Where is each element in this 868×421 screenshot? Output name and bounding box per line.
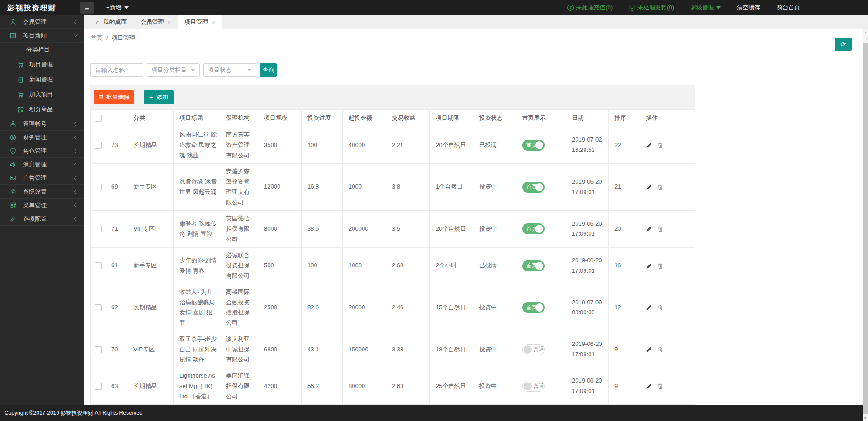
delete-button[interactable] xyxy=(657,383,663,389)
toggle-knob xyxy=(535,262,543,270)
batch-delete-button[interactable]: 批量删除 xyxy=(94,90,134,104)
delete-button[interactable] xyxy=(657,184,663,190)
edit-button[interactable] xyxy=(646,142,652,148)
status-select[interactable]: 项目状态 xyxy=(203,63,256,77)
home-display-toggle[interactable]: 首页 xyxy=(522,182,545,193)
row-checkbox[interactable] xyxy=(95,142,102,149)
front-home-link[interactable]: 前台首页 xyxy=(777,4,800,12)
cell-min-invest: 80000 xyxy=(343,368,386,405)
home-display-toggle[interactable]: 首页 xyxy=(522,140,545,151)
tab-my-desktop[interactable]: ⌂ 我的桌面 xyxy=(89,15,133,29)
row-checkbox[interactable] xyxy=(95,304,102,311)
sidebar-item-message-mgmt[interactable]: 消息管理 xyxy=(0,158,84,171)
table-row: 61 新手专区 少年的你-剧情 爱情 青春 必诚联合投资担保有限公司 500 1… xyxy=(91,247,695,284)
sidebar-item-admin-accounts[interactable]: 管理帐号 xyxy=(0,117,84,131)
edit-button[interactable] xyxy=(646,383,652,389)
edit-button[interactable] xyxy=(646,346,652,353)
admin-user-dropdown[interactable]: 超级管理 xyxy=(690,4,721,12)
sidebar-item-label: 角色管理 xyxy=(23,147,47,155)
sidebar-item-project-mgmt[interactable]: 项目管理 xyxy=(0,57,84,72)
cell-category: 长期精品 xyxy=(127,284,174,331)
cell-date: 2019-07-09 00:00:00 xyxy=(566,284,609,331)
row-checkbox[interactable] xyxy=(95,262,102,269)
cell-id: 71 xyxy=(105,211,127,247)
delete-button[interactable] xyxy=(657,142,663,148)
search-button[interactable]: 查询 xyxy=(260,63,277,77)
category-select[interactable]: 项目分类栏目 xyxy=(147,63,200,77)
row-checkbox[interactable] xyxy=(95,383,102,390)
cell-progress: 100 xyxy=(302,127,343,164)
news-icon xyxy=(9,32,17,39)
close-icon[interactable]: × xyxy=(212,19,215,26)
breadcrumb-home-link[interactable]: 首页 xyxy=(91,34,103,42)
cell-id: 63 xyxy=(105,368,127,405)
pending-withdraw-link[interactable]: ♦ 未处理提款(0) xyxy=(629,4,674,12)
home-display-toggle[interactable]: 首页 xyxy=(522,223,545,234)
top-header: 影视投资理财 ≡ +新增 ¥ 未处理充值(0) ♦ 未处理提款(0) 超级管理 … xyxy=(0,0,868,15)
sidebar-item-news-mgmt[interactable]: 新闻管理 xyxy=(0,72,84,87)
user-icon xyxy=(9,120,17,128)
home-display-toggle[interactable]: 普通 xyxy=(522,344,545,355)
chevron-down-icon xyxy=(124,6,129,9)
sidebar-item-category-columns[interactable]: 分类栏目 xyxy=(0,43,84,57)
name-search-input[interactable] xyxy=(90,63,143,77)
delete-button[interactable] xyxy=(657,346,663,353)
pending-recharge-link[interactable]: ¥ 未处理充值(0) xyxy=(567,4,613,12)
sidebar-item-menu-mgmt[interactable]: 菜单管理 xyxy=(0,199,84,212)
scroll-down-arrow[interactable]: ▼ xyxy=(863,415,868,421)
collapse-sidebar-button[interactable]: ≡ xyxy=(80,2,94,14)
tab-member-mgmt[interactable]: 会员管理 × xyxy=(133,15,178,29)
cell-profit: 3.38 xyxy=(386,331,430,368)
home-display-toggle[interactable]: 首页 xyxy=(522,302,545,313)
clear-cache-link[interactable]: 清空缓存 xyxy=(737,4,760,12)
sidebar-item-option-config[interactable]: 选项配置 xyxy=(0,212,84,226)
row-checkbox[interactable] xyxy=(95,184,102,190)
admin-window: 影视投资理财 ≡ +新增 ¥ 未处理充值(0) ♦ 未处理提款(0) 超级管理 … xyxy=(0,0,868,421)
edit-button[interactable] xyxy=(646,184,652,190)
add-new-dropdown[interactable]: +新增 xyxy=(106,4,129,12)
close-icon[interactable]: × xyxy=(167,19,171,26)
home-display-toggle[interactable]: 普通 xyxy=(522,381,545,392)
sidebar-item-join-project[interactable]: 加入项目 xyxy=(0,87,84,102)
add-button[interactable]: + 添加 xyxy=(144,90,174,104)
tab-project-mgmt[interactable]: 项目管理 × xyxy=(178,15,222,29)
cell-title: 风雨同仁堂-除蛊救命 民族之魂 戏曲 xyxy=(174,127,220,164)
cell-scale: 4200 xyxy=(258,368,302,405)
sidebar-item-ad-mgmt[interactable]: 广告管理 xyxy=(0,171,84,185)
cell-min-invest: 1000 xyxy=(343,247,386,284)
cell-sort: 12 xyxy=(609,284,640,331)
cell-id: 62 xyxy=(105,284,127,331)
sidebar-item-project-news[interactable]: 项目新闻 xyxy=(0,29,84,43)
delete-button[interactable] xyxy=(657,226,663,232)
vertical-scrollbar[interactable]: ▲ ▼ xyxy=(863,29,868,421)
delete-button[interactable] xyxy=(657,263,663,269)
cell-category: VIP专区 xyxy=(127,331,174,368)
scroll-up-arrow[interactable]: ▲ xyxy=(863,29,868,35)
row-checkbox[interactable] xyxy=(95,226,102,232)
refresh-icon: ⟳ xyxy=(840,40,846,48)
gear-icon xyxy=(9,188,17,195)
edit-button[interactable] xyxy=(646,304,652,311)
scrollbar-thumb[interactable] xyxy=(863,43,868,414)
edit-button[interactable] xyxy=(646,263,652,269)
delete-button[interactable] xyxy=(657,304,663,311)
chevron-down-icon xyxy=(191,69,195,71)
select-all-checkbox[interactable] xyxy=(95,115,102,122)
sidebar-item-finance-mgmt[interactable]: 财务管理 xyxy=(0,131,84,144)
sidebar-item-member-mgmt[interactable]: 会员管理 xyxy=(0,15,84,29)
col-id xyxy=(105,110,127,127)
table-row: 70 VIP专区 双子杀手-老少自己 同屏对决 剧情 动作 澳大利亚中诚担保有限… xyxy=(91,331,695,368)
chevron-down-icon xyxy=(74,33,78,37)
sidebar-item-role-mgmt[interactable]: 角色管理 xyxy=(0,144,84,158)
pending-recharge-label: 未处理充值(0) xyxy=(576,4,613,12)
refresh-button[interactable]: ⟳ xyxy=(835,38,852,51)
cell-agency: 高盛国际金融投资控股担保公司 xyxy=(220,284,258,331)
sidebar-item-points-goods[interactable]: 积分商品 xyxy=(0,102,84,117)
sidebar-item-system-settings[interactable]: 系统设置 xyxy=(0,185,84,199)
sidebar-item-label: 系统设置 xyxy=(23,188,47,196)
cell-agency: 必诚联合投资担保有限公司 xyxy=(220,247,258,284)
sidebar-item-label: 广告管理 xyxy=(23,174,47,182)
row-checkbox[interactable] xyxy=(95,346,102,353)
home-display-toggle[interactable]: 首页 xyxy=(522,260,545,271)
edit-button[interactable] xyxy=(646,226,652,232)
